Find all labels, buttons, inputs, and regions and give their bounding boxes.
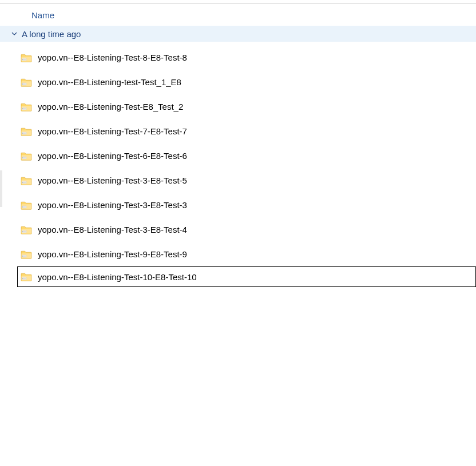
svg-rect-11 xyxy=(24,108,26,109)
svg-point-6 xyxy=(22,83,23,85)
svg-point-34 xyxy=(22,256,23,257)
file-name: yopo.vn--E8-Listening-Test-3-E8-Test-3 xyxy=(38,200,187,210)
zipped-folder-icon xyxy=(21,272,32,281)
zipped-folder-icon xyxy=(21,102,32,111)
file-name: yopo.vn--E8-Listening-Test-E8_Test_2 xyxy=(38,102,183,111)
file-item[interactable]: yopo.vn--E8-Listening-Test-8-E8-Test-8 xyxy=(0,45,476,70)
file-item[interactable]: yopo.vn--E8-Listening-Test-6-E8-Test-6 xyxy=(0,144,476,168)
svg-point-10 xyxy=(22,108,23,109)
file-name: yopo.vn--E8-Listening-Test-9-E8-Test-9 xyxy=(38,249,187,259)
file-name: yopo.vn--E8-Listening-Test-7-E8-Test-7 xyxy=(38,126,187,136)
svg-rect-39 xyxy=(24,278,26,278)
zipped-folder-icon xyxy=(21,250,32,259)
svg-point-22 xyxy=(22,182,23,183)
file-name: yopo.vn--E8-Listening-Test-10-E8-Test-10 xyxy=(38,272,197,282)
svg-rect-15 xyxy=(24,133,26,133)
file-name: yopo.vn--E8-Listening-Test-3-E8-Test-5 xyxy=(38,176,187,185)
zipped-folder-icon xyxy=(21,78,32,87)
file-name: yopo.vn--E8-Listening-test-Test_1_E8 xyxy=(38,77,181,87)
svg-point-18 xyxy=(22,157,23,158)
svg-point-2 xyxy=(22,59,23,60)
column-header-row: Name xyxy=(0,4,476,26)
zipped-folder-icon xyxy=(21,176,32,185)
file-item[interactable]: yopo.vn--E8-Listening-Test-3-E8-Test-3 xyxy=(0,193,476,217)
group-header-a-long-time-ago[interactable]: A long time ago xyxy=(0,26,476,42)
svg-rect-27 xyxy=(24,206,26,207)
file-item[interactable]: yopo.vn--E8-Listening-test-Test_1_E8 xyxy=(0,70,476,94)
svg-point-14 xyxy=(22,133,23,134)
zipped-folder-icon xyxy=(21,225,32,234)
svg-point-26 xyxy=(22,206,23,208)
file-item[interactable]: yopo.vn--E8-Listening-Test-9-E8-Test-9 xyxy=(0,242,476,266)
zipped-folder-icon xyxy=(21,53,32,62)
svg-rect-19 xyxy=(24,157,26,158)
file-name: yopo.vn--E8-Listening-Test-8-E8-Test-8 xyxy=(38,53,187,62)
svg-rect-7 xyxy=(24,83,26,84)
zipped-folder-icon xyxy=(21,127,32,136)
file-item[interactable]: yopo.vn--E8-Listening-Test-3-E8-Test-4 xyxy=(0,217,476,242)
svg-point-38 xyxy=(22,278,23,279)
file-item[interactable]: yopo.vn--E8-Listening-Test-10-E8-Test-10 xyxy=(17,266,476,287)
file-name: yopo.vn--E8-Listening-Test-6-E8-Test-6 xyxy=(38,151,187,161)
file-item[interactable]: yopo.vn--E8-Listening-Test-7-E8-Test-7 xyxy=(0,119,476,144)
file-name: yopo.vn--E8-Listening-Test-3-E8-Test-4 xyxy=(38,225,187,234)
svg-point-30 xyxy=(22,231,23,232)
svg-rect-3 xyxy=(24,59,26,59)
file-list: yopo.vn--E8-Listening-Test-8-E8-Test-8 y… xyxy=(0,42,476,287)
file-item[interactable]: yopo.vn--E8-Listening-Test-E8_Test_2 xyxy=(0,94,476,119)
group-header-label: A long time ago xyxy=(22,29,81,39)
zipped-folder-icon xyxy=(21,201,32,210)
chevron-down-icon xyxy=(10,30,18,38)
svg-rect-31 xyxy=(24,231,26,232)
svg-rect-35 xyxy=(24,256,26,256)
file-item[interactable]: yopo.vn--E8-Listening-Test-3-E8-Test-5 xyxy=(0,168,476,193)
zipped-folder-icon xyxy=(21,152,32,161)
column-header-name[interactable]: Name xyxy=(31,10,54,20)
svg-rect-23 xyxy=(24,182,26,182)
scroll-indicator xyxy=(0,170,2,207)
